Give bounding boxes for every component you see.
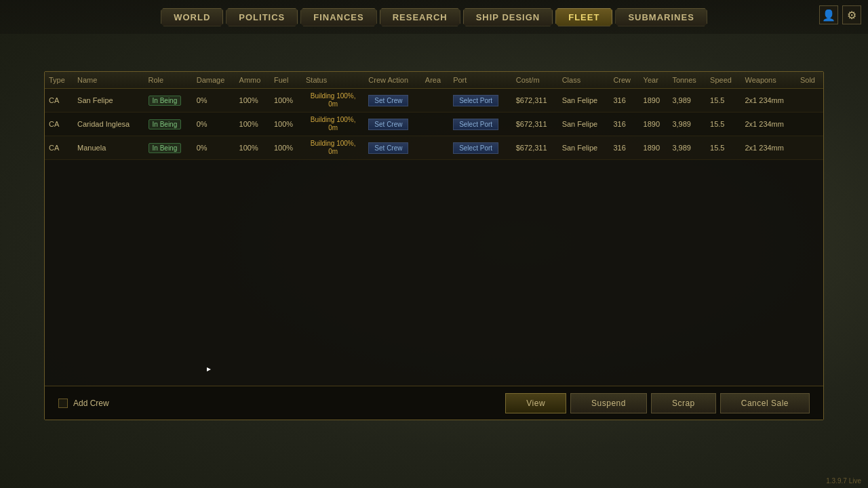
col-class: Class [558,72,610,89]
cell-status: Building 100%,0m [302,89,364,113]
cell-weapons: 2x1 234mm [741,89,796,113]
col-fuel: Fuel [270,72,302,89]
cell-class: San Felipe [558,89,610,113]
cell-fuel: 100% [270,89,302,113]
scrap-button[interactable]: Scrap [651,393,716,413]
table-row[interactable]: CA San Felipe In Being 0% 100% 100% Buil… [45,89,823,113]
col-type: Type [45,72,73,89]
cell-crew-action[interactable]: Set Crew [364,113,420,136]
cell-status: Building 100%,0m [302,136,364,160]
col-name: Name [73,72,144,89]
select-port-button[interactable]: Select Port [453,95,498,106]
col-damage: Damage [193,72,235,89]
cell-sold [796,136,823,160]
col-role: Role [144,72,193,89]
cell-class: San Felipe [558,113,610,136]
cell-class: San Felipe [558,136,610,160]
suspend-button[interactable]: Suspend [570,393,647,413]
fleet-panel: Type Name Role Damage Ammo Fuel Status C… [44,71,824,420]
cell-crew: 316 [609,89,639,113]
cell-weapons: 2x1 234mm [741,136,796,160]
add-crew-label: Add Crew [73,399,109,408]
cell-cost: $672,311 [512,89,558,113]
top-navigation: WORLD POLITICS FINANCES RESEARCH SHIP DE… [0,0,868,34]
cancel-sale-button[interactable]: Cancel Sale [720,393,810,413]
col-year: Year [639,72,669,89]
cell-cost: $672,311 [512,113,558,136]
select-port-button[interactable]: Select Port [453,142,498,154]
col-ammo: Ammo [235,72,270,89]
view-button[interactable]: View [505,393,566,413]
building-status: Building 100%,0m [306,140,360,156]
col-area: Area [421,72,449,89]
cell-name: Manuela [73,136,144,160]
cell-role: In Being [144,113,193,136]
cell-speed: 15.5 [706,136,741,160]
nav-research[interactable]: RESEARCH [380,8,460,26]
cell-year: 1890 [639,113,669,136]
cell-cost: $672,311 [512,136,558,160]
cell-status: Building 100%,0m [302,113,364,136]
nav-politics[interactable]: POLITICS [226,8,298,26]
cell-name: San Felipe [73,89,144,113]
cell-speed: 15.5 [706,89,741,113]
cell-role: In Being [144,136,193,160]
role-badge: In Being [149,143,182,153]
set-crew-button[interactable]: Set Crew [368,119,408,130]
role-badge: In Being [149,96,182,106]
select-port-button[interactable]: Select Port [453,119,498,130]
col-port: Port [449,72,512,89]
cell-fuel: 100% [270,136,302,160]
cell-crew-action[interactable]: Set Crew [364,89,420,113]
nav-ship-design[interactable]: SHIP DESIGN [463,8,553,26]
cell-crew: 316 [609,136,639,160]
cell-sold [796,113,823,136]
cell-tonnes: 3,989 [668,136,706,160]
nav-finances[interactable]: FINANCES [300,8,376,26]
cell-role: In Being [144,89,193,113]
add-crew-checkbox[interactable] [58,399,68,408]
add-crew-section: Add Crew [58,399,109,408]
nav-world[interactable]: WORLD [161,8,223,26]
cell-port[interactable]: Select Port [449,89,512,113]
cell-type: CA [45,136,73,160]
table-row[interactable]: CA Caridad Inglesa In Being 0% 100% 100%… [45,113,823,136]
action-buttons: View Suspend Scrap Cancel Sale [505,393,810,413]
portrait-icon[interactable]: 👤 [819,5,838,24]
col-crew: Crew [609,72,639,89]
cell-damage: 0% [193,136,235,160]
cell-weapons: 2x1 234mm [741,113,796,136]
building-status: Building 100%,0m [306,116,360,132]
table-row[interactable]: CA Manuela In Being 0% 100% 100% Buildin… [45,136,823,160]
cell-sold [796,89,823,113]
settings-icon[interactable]: ⚙ [842,5,861,24]
cell-ammo: 100% [235,89,270,113]
col-sold: Sold [796,72,823,89]
cell-type: CA [45,89,73,113]
cell-area [421,89,449,113]
col-cost: Cost/m [512,72,558,89]
cell-damage: 0% [193,113,235,136]
cell-port[interactable]: Select Port [449,113,512,136]
version-text: 1.3.9.7 Live [826,477,861,485]
col-weapons: Weapons [741,72,796,89]
cell-year: 1890 [639,136,669,160]
set-crew-button[interactable]: Set Crew [368,142,408,154]
nav-fleet[interactable]: FLEET [555,8,612,26]
set-crew-button[interactable]: Set Crew [368,95,408,106]
cell-tonnes: 3,989 [668,89,706,113]
top-right-icons: 👤 ⚙ [819,5,861,24]
role-badge: In Being [149,119,182,129]
col-speed: Speed [706,72,741,89]
cell-ammo: 100% [235,113,270,136]
cell-area [421,136,449,160]
cell-crew: 316 [609,113,639,136]
cell-area [421,113,449,136]
fleet-table: Type Name Role Damage Ammo Fuel Status C… [45,72,823,160]
cell-port[interactable]: Select Port [449,136,512,160]
nav-submarines[interactable]: SUBMARINES [615,8,707,26]
cell-tonnes: 3,989 [668,113,706,136]
col-tonnes: Tonnes [668,72,706,89]
building-status: Building 100%,0m [306,92,360,108]
cell-crew-action[interactable]: Set Crew [364,136,420,160]
